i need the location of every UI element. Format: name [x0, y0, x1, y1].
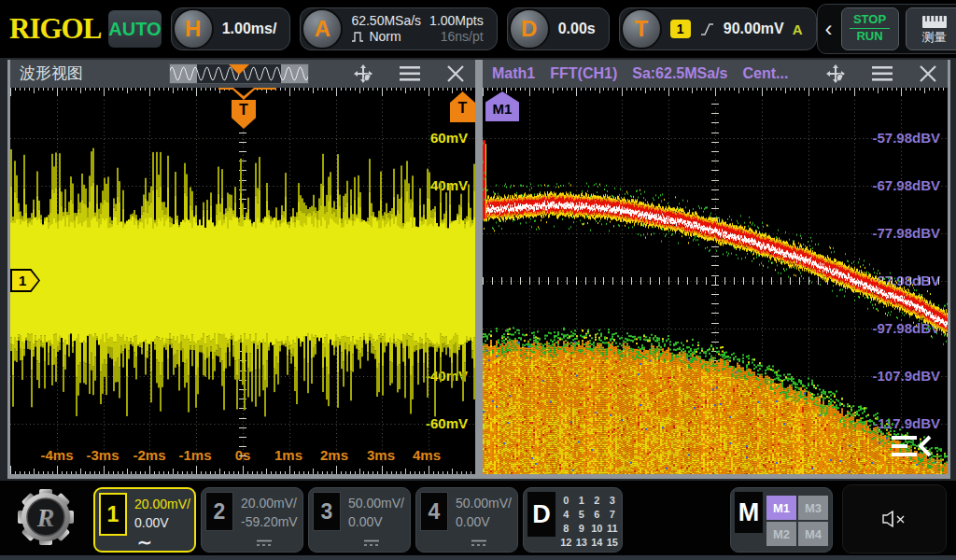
- math3-tab[interactable]: M3: [798, 496, 828, 520]
- acquire-mode: Norm: [369, 29, 401, 46]
- rigol-logo: RIGOL: [9, 12, 101, 46]
- panel-menu-icon[interactable]: [399, 63, 421, 84]
- rising-edge-icon: [699, 21, 715, 37]
- auto-trigger-mode-button[interactable]: AUTO: [108, 10, 161, 48]
- acquisition-knob[interactable]: A: [302, 8, 343, 49]
- dc-coupling-icon: [363, 539, 380, 547]
- channel-2-offset: -59.20mV: [241, 512, 298, 531]
- memory-depth: 1.00Mpts: [429, 13, 484, 30]
- fft-plot-area: -57.98dBV -67.98dBV -77.98dBV -87.98dBV …: [483, 88, 948, 474]
- math-label: M: [735, 492, 763, 533]
- measure-button[interactable]: 测量: [906, 7, 956, 50]
- horizontal-scale-pill[interactable]: H 1.00ms/: [171, 7, 291, 50]
- fft-sample-rate-label: Sa:62.5MSa/s: [632, 60, 727, 88]
- acquisition-pill[interactable]: A 62.50MSa/s Norm 1.00Mpts 16ns/pt: [300, 7, 497, 50]
- horizontal-knob[interactable]: H: [173, 8, 214, 49]
- channel-3-scale: 50.00mV/: [348, 494, 404, 512]
- digital-channel-grid: 0123 4567 891011 12131415: [558, 494, 620, 549]
- ruler-icon: [921, 14, 948, 30]
- display-stage: 波形视图 60mV 40: [0, 58, 956, 481]
- horizontal-position-scrollbar[interactable]: [169, 63, 309, 84]
- collapse-menu-icon[interactable]: [892, 435, 933, 457]
- gear-icon: R: [16, 487, 76, 547]
- channel-2-number: 2: [205, 492, 233, 531]
- digital-channels-button[interactable]: D 0123 4567 891011 12131415: [523, 487, 623, 553]
- channel-1-button[interactable]: 1 20.00mV/ 0.00V ∼: [93, 487, 196, 553]
- trigger-sweep-mode: A: [793, 21, 803, 37]
- speaker-muted-icon: [880, 508, 908, 530]
- channel-3-number: 3: [313, 492, 341, 531]
- sample-rate: 62.50MSa/s: [351, 13, 421, 30]
- channel-1-offset: 0.00V: [134, 513, 190, 532]
- math2-tab[interactable]: M2: [766, 522, 796, 546]
- quick-action-cluster: ‹ STOP RUN 测量 ›: [817, 4, 956, 54]
- channel-status-bar: R 1 20.00mV/ 0.00V ∼ 2 20.00mV/ -59.20mV…: [0, 481, 956, 555]
- trigger-level-value: 90.00mV: [724, 21, 784, 37]
- waveform-plot-area: 60mV 40mV 20mV 0V -20mV -40mV -60mV -4ms…: [10, 88, 475, 474]
- measure-label: 测量: [922, 30, 947, 45]
- waveform-panel-header[interactable]: 波形视图: [10, 60, 475, 88]
- channel-2-button[interactable]: 2 20.00mV/ -59.20mV: [201, 487, 303, 553]
- waveform-view-panel: 波形视图 60mV 40: [7, 60, 479, 479]
- math1-tab[interactable]: M1: [766, 496, 796, 520]
- trigger-pill[interactable]: T 1 90.00mV A: [619, 7, 817, 50]
- move-panel-icon[interactable]: [824, 63, 847, 85]
- waveform-plot[interactable]: [10, 88, 475, 474]
- svg-text:R: R: [36, 503, 55, 532]
- channel-3-button[interactable]: 3 50.00mV/ 0.00V: [308, 487, 411, 553]
- move-panel-icon[interactable]: [352, 63, 374, 85]
- sample-interval: 16ns/pt: [441, 29, 484, 46]
- close-panel-icon[interactable]: [445, 63, 466, 84]
- dc-coupling-icon: [256, 539, 273, 547]
- channel-4-number: 4: [420, 492, 448, 531]
- channel-1-number: 1: [99, 493, 127, 536]
- rigol-gear-logo-button[interactable]: R: [15, 484, 77, 550]
- close-panel-icon[interactable]: [918, 63, 938, 84]
- digital-label: D: [527, 492, 555, 537]
- math-source-label: Math1: [492, 60, 535, 88]
- pulse-mode-icon: [351, 30, 365, 44]
- prev-page-icon[interactable]: ‹: [823, 18, 835, 40]
- top-status-bar: RIGOL AUTO H 1.00ms/ A 62.50MSa/s Norm 1…: [0, 0, 956, 58]
- delay-value: 0.00s: [558, 21, 596, 37]
- channel-1-scale: 20.00mV/: [134, 495, 190, 513]
- math4-tab[interactable]: M4: [798, 522, 828, 546]
- trigger-knob[interactable]: T: [621, 8, 662, 49]
- channel-3-offset: 0.00V: [348, 512, 404, 531]
- math-channels-button[interactable]: M M1 M3 M2 M4: [730, 487, 833, 553]
- trigger-source-badge: 1: [670, 20, 691, 38]
- ac-coupling-icon: ∼: [95, 534, 194, 551]
- run-label: RUN: [856, 29, 882, 45]
- horizontal-scale-value: 1.00ms/: [222, 21, 277, 37]
- panel-menu-icon[interactable]: [871, 63, 893, 84]
- delay-pill[interactable]: D 0.00s: [507, 7, 610, 50]
- fft-panel-header[interactable]: Math1 FFT(CH1) Sa:62.5MSa/s Cent...: [483, 60, 948, 88]
- channel-4-scale: 50.00mV/: [456, 494, 512, 512]
- stop-label: STOP: [850, 13, 890, 29]
- fft-center-label: Cent...: [743, 60, 789, 88]
- stop-run-button[interactable]: STOP RUN: [841, 7, 899, 50]
- channel-4-offset: 0.00V: [456, 512, 512, 531]
- bottom-edge-strip: [0, 555, 956, 560]
- channel-4-button[interactable]: 4 50.00mV/ 0.00V: [415, 487, 518, 553]
- channel-2-scale: 20.00mV/: [241, 494, 298, 512]
- sound-mute-button[interactable]: [842, 484, 947, 553]
- fft-plot[interactable]: [483, 88, 948, 474]
- math-function-label: FFT(CH1): [550, 60, 617, 88]
- fft-math-panel: Math1 FFT(CH1) Sa:62.5MSa/s Cent...: [479, 60, 950, 479]
- waveform-panel-title: 波形视图: [20, 60, 83, 88]
- dc-coupling-icon: [471, 539, 487, 547]
- delay-knob[interactable]: D: [509, 8, 550, 49]
- oscilloscope-screen: { "topbar": { "logo": "RIGOL", "auto": "…: [0, 0, 956, 560]
